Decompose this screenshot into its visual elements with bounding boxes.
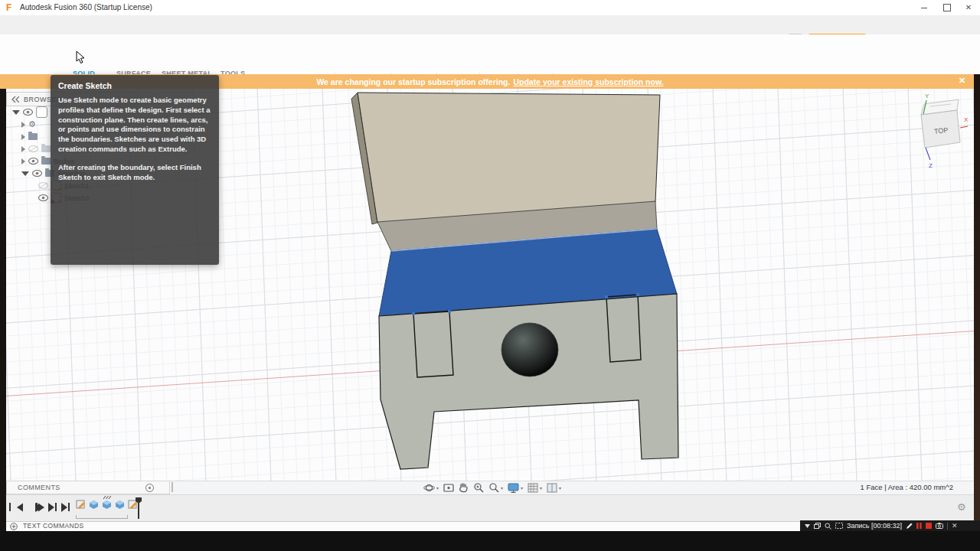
collapse-icon[interactable] <box>21 158 25 165</box>
model-front-face[interactable] <box>379 294 678 469</box>
banner-update-link[interactable]: Update your existing subscription now. <box>513 77 663 86</box>
tooltip-body2: After creating the boundary, select Fini… <box>58 163 211 183</box>
recorder-pencil-icon[interactable] <box>906 523 913 530</box>
visibility-eye-icon[interactable] <box>28 158 38 165</box>
tooltip-title: Create Sketch <box>58 81 211 90</box>
folder-icon <box>28 133 38 140</box>
ribbon-toolbar: SOLID SURFACE SHEET METAL TOOLS DESIGN▾ <box>0 34 980 75</box>
mouse-cursor <box>76 51 87 64</box>
orbit-icon[interactable]: ▾ <box>423 482 439 494</box>
timeline-feature-extrude[interactable] <box>89 500 99 510</box>
selection-status: 1 Face | Area : 420.00 mm^2 <box>724 483 953 491</box>
axis-y-label: Y <box>925 93 929 99</box>
banner-close-icon[interactable]: ✕ <box>959 76 965 86</box>
timeline-group-bracket <box>76 515 128 519</box>
screen-recorder-toolbar: Запись [00:08:32] ✕ <box>800 520 980 531</box>
create-sketch-tooltip: Create Sketch Use Sketch mode to create … <box>51 75 219 265</box>
comments-resize-handle[interactable] <box>172 482 173 492</box>
axis-x-label: X <box>964 116 969 123</box>
recorder-close-icon[interactable]: ✕ <box>952 522 958 530</box>
timeline-feature-extrude[interactable] <box>115 500 125 510</box>
timeline-marker-hash <box>103 495 111 500</box>
browser-row-root[interactable] <box>12 106 47 118</box>
banner-text: We are changing our startup subscription… <box>316 77 510 86</box>
recorder-menu-icon[interactable] <box>805 524 810 528</box>
timeline-settings-gear-icon[interactable]: ⚙ <box>957 501 966 513</box>
folder-icon <box>41 158 51 165</box>
recorder-camera-icon[interactable] <box>936 523 943 529</box>
desktop-edge-left <box>0 89 6 531</box>
visibility-eye-off-icon[interactable] <box>38 182 48 189</box>
gear-icon: ⚙ <box>28 119 36 129</box>
recorder-stop-icon[interactable] <box>926 523 932 529</box>
document-root-icon <box>36 106 47 118</box>
text-commands-label[interactable]: TEXT COMMANDS <box>23 522 84 530</box>
minimize-button[interactable] <box>916 3 933 13</box>
browser-row-document-settings[interactable]: ⚙ <box>21 119 36 130</box>
maximize-button[interactable] <box>939 3 956 13</box>
desktop-edge-right <box>974 74 980 521</box>
recording-timer-label: Запись [00:08:32] <box>847 522 902 530</box>
display-settings-icon[interactable]: ▾ <box>508 483 523 493</box>
viewports-icon[interactable]: ▾ <box>547 483 561 493</box>
timeline-playhead[interactable] <box>134 497 143 520</box>
comments-marker-icon[interactable] <box>145 484 154 492</box>
timeline-feature-sketch[interactable] <box>76 500 86 510</box>
timeline-feature-extrude[interactable] <box>102 500 112 510</box>
visibility-eye-icon[interactable] <box>23 109 33 116</box>
browser-row-named-views[interactable] <box>21 131 38 142</box>
recorder-divider <box>947 523 948 530</box>
timeline-features <box>76 500 138 510</box>
model-back-slab-face[interactable] <box>358 93 660 223</box>
expand-text-commands-icon[interactable] <box>10 523 18 530</box>
collapse-icon[interactable] <box>21 122 25 128</box>
timeline-playback-controls[interactable] <box>8 501 73 513</box>
pan-icon[interactable] <box>459 482 469 493</box>
recorder-windows-icon[interactable] <box>814 523 821 529</box>
comments-label: COMMENTS <box>18 484 60 491</box>
look-at-icon[interactable] <box>443 483 454 493</box>
browser-row-origin[interactable] <box>21 143 51 155</box>
grid-snap-icon[interactable]: ▾ <box>528 483 542 493</box>
collapse-icon[interactable] <box>21 146 25 152</box>
collapse-icon[interactable] <box>21 134 25 140</box>
folder-icon <box>41 145 51 152</box>
expand-icon[interactable] <box>21 171 29 176</box>
quick-access-bar: ▾ ↶▾ ↷▾ Untitled* ✕ + Subscribe Now 1 Ал… <box>0 15 980 35</box>
visibility-eye-off-icon[interactable] <box>28 145 38 152</box>
fit-icon[interactable]: ▾ <box>488 482 503 493</box>
visibility-eye-icon[interactable] <box>32 170 42 177</box>
recorder-magnifier-icon[interactable] <box>825 523 831 530</box>
fusion-app-icon: F <box>6 2 11 13</box>
collapse-panel-icon[interactable] <box>11 96 19 103</box>
viewport-nav-toolbar: ▾ ▾ ▾ ▾ ▾ <box>423 481 561 494</box>
visibility-eye-icon[interactable] <box>38 194 48 201</box>
tooltip-body: Use Sketch mode to create basic geometry… <box>58 96 211 155</box>
axis-z-label: Z <box>929 162 933 169</box>
view-cube[interactable]: TOP Y X Z <box>921 93 969 169</box>
windows-taskbar <box>0 531 980 551</box>
timeline-bar <box>0 494 980 522</box>
zoom-icon[interactable] <box>473 482 484 493</box>
model-hole[interactable] <box>501 323 558 377</box>
window-title: Autodesk Fusion 360 (Startup License) <box>20 3 152 11</box>
recorder-region-icon[interactable] <box>835 523 843 529</box>
close-button[interactable]: ✕ <box>960 3 977 13</box>
recorder-pause-icon[interactable] <box>916 523 922 529</box>
fusion-360-window: F Autodesk Fusion 360 (Startup License) … <box>0 0 980 551</box>
title-bar: F Autodesk Fusion 360 (Startup License) … <box>0 0 980 16</box>
expand-icon[interactable] <box>12 110 20 115</box>
